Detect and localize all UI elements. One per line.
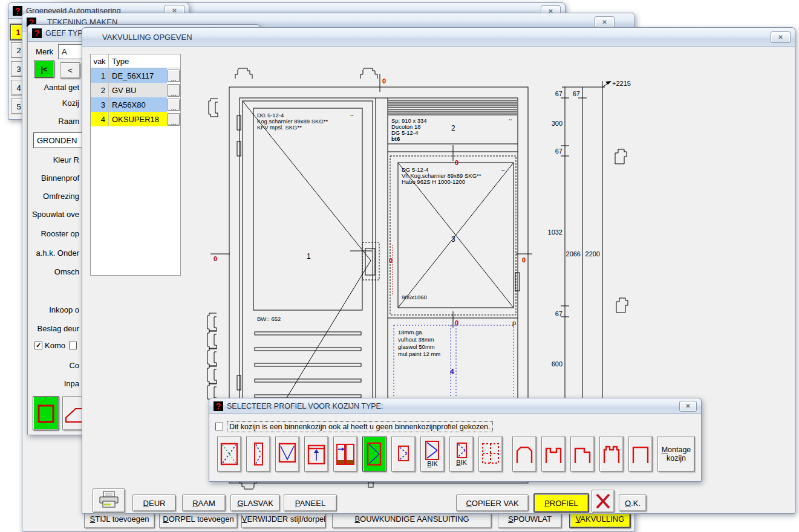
- vak4-note: 18mm.ga.: [398, 329, 423, 336]
- vak3-raam[interactable]: DG 5-12-4 Vh Kog.scharnier 89x89 SKG** H…: [390, 156, 532, 315]
- dim-value: 67: [555, 310, 563, 317]
- close-icon[interactable]: ✕: [679, 401, 697, 412]
- vak2-marks: ..: [509, 115, 512, 122]
- nav-first-button[interactable]: |<: [34, 60, 54, 78]
- profile-btn-kalf-dubbel[interactable]: [599, 436, 624, 472]
- vak2-label: 2: [451, 124, 455, 132]
- komo-checkbox[interactable]: ✓: [34, 342, 42, 349]
- dim-value: 67: [573, 90, 580, 97]
- selecteer-profiel-title: SELECTEER PROFIEL VOOR KOZIJN TYPE:: [227, 402, 383, 410]
- field-label-aantal: Aantal get: [28, 83, 79, 92]
- raam-button[interactable]: RAAM: [182, 495, 226, 511]
- help-icon: ?: [13, 6, 22, 16]
- copieer-vak-button[interactable]: COPIEER VAK: [456, 495, 529, 511]
- field-label-rooster: Rooster op: [28, 229, 79, 238]
- merk-label: Merk: [28, 47, 53, 56]
- row-detail-button[interactable]: ...: [167, 70, 180, 82]
- profile-btn-bik-klein[interactable]: BIK: [449, 436, 474, 472]
- vak-num: 3: [91, 97, 109, 112]
- printer-icon: [97, 490, 121, 511]
- ok-button[interactable]: O.K.: [619, 495, 647, 511]
- vak2-rooster[interactable]: Sp: 910 x 334 Ducoton 18 DG 5-12-4 bt6 .…: [388, 100, 518, 161]
- help-icon: ?: [32, 28, 42, 38]
- table-row[interactable]: 4 OKSUPER18 ...: [91, 112, 180, 126]
- vak-type-table: vak Type 1 DE_56X117 ... 2 GV BU ... 3 R…: [90, 54, 181, 276]
- profile-btn-draairaam-selected[interactable]: [362, 436, 386, 472]
- selecteer-profiel-dialog: ? SELECTEER PROFIEL VOOR KOZIJN TYPE: ✕ …: [209, 398, 702, 482]
- table-row[interactable]: 1 DE_56X117 ...: [91, 68, 180, 83]
- table-row[interactable]: 3 RA56X80 ...: [91, 97, 180, 112]
- row-detail-button[interactable]: ...: [167, 99, 180, 111]
- vak1-note: KFV mpsl. SKG**: [257, 124, 302, 131]
- vakvulling-titlebar: VAKVULLING OPGEVEN ✕: [82, 28, 795, 47]
- zero-mark: 0: [389, 257, 393, 264]
- dim-value: 2200: [585, 250, 600, 258]
- field-label-kozijn: Kozij: [28, 99, 79, 108]
- close-icon[interactable]: ✕: [771, 31, 791, 43]
- vak1-label: 1: [307, 252, 311, 261]
- glasvak-button[interactable]: GLASVAK: [230, 495, 280, 511]
- row-detail-button[interactable]: ...: [167, 113, 180, 126]
- zero-mark: 0: [382, 77, 386, 85]
- table-row[interactable]: 2 GV BU ...: [91, 83, 180, 97]
- dim-value: 67: [555, 148, 563, 155]
- rectangle-shape-icon: [36, 401, 56, 426]
- vak3-marks: ..: [501, 166, 504, 172]
- profile-btn-kalf-trap[interactable]: [570, 436, 595, 472]
- vak3-note: Habo 962S H 1000-1200: [402, 178, 465, 185]
- deur-button[interactable]: DEUR: [132, 495, 176, 511]
- field-label-ahk-onder: a.h.k. Onder: [28, 248, 79, 258]
- profile-btn-kalf-rond[interactable]: [512, 436, 536, 472]
- binnenkozijn-checkbox[interactable]: [215, 423, 223, 430]
- field-label-co: Co: [28, 361, 79, 370]
- row-detail-button[interactable]: ...: [167, 84, 180, 97]
- profile-btn-schuifdeur[interactable]: [333, 436, 357, 472]
- field-label-spouwlat: Spouwlat ove: [28, 210, 79, 219]
- profile-btn-valraam[interactable]: [275, 436, 299, 472]
- profile-btn-kalf-recht[interactable]: [628, 436, 653, 472]
- profile-btn-schuif-omhoog[interactable]: [304, 436, 328, 472]
- dim-value: 600: [552, 360, 563, 368]
- field-label-inkoop: Inkoop o: [28, 305, 79, 314]
- binnenkozijn-checkbox-label: Dit kozijn is een binnenkozijn ook al he…: [227, 421, 493, 432]
- profile-btn-draai-klein[interactable]: [391, 436, 416, 472]
- field-label-omschrijving: Omsch: [28, 267, 79, 276]
- vak4-note: vulhout 38mm: [398, 336, 434, 343]
- profile-btn-kalf-sponning[interactable]: [541, 436, 566, 472]
- vak4-note: mul.paint 12 mm: [398, 351, 440, 357]
- vak-num: 2: [91, 83, 109, 97]
- vak2-note: bt6: [391, 135, 400, 142]
- vak4-label: 4: [450, 368, 454, 376]
- vak1-bw: BW= 652: [257, 316, 281, 322]
- cancel-button[interactable]: [592, 490, 615, 513]
- field-label-beslag: Beslag deur: [28, 324, 79, 333]
- header-vak: vak: [91, 54, 109, 68]
- profile-btn-vast-dashed[interactable]: [217, 436, 241, 472]
- help-icon: ?: [214, 401, 223, 411]
- dim-value: 67: [555, 90, 563, 97]
- profiel-button[interactable]: PROFIEL: [533, 493, 589, 513]
- komo-label: Komo: [45, 341, 69, 350]
- komo-second-checkbox[interactable]: [69, 342, 77, 349]
- montage-kozijn-button[interactable]: Montage kozijn: [657, 436, 695, 472]
- field-label-kleur: Kleur R: [28, 155, 79, 164]
- vak-type: RA56X80: [109, 97, 167, 112]
- field-label-omfrezing: Omfrezing: [28, 192, 79, 201]
- header-type: Type: [109, 54, 167, 68]
- paneel-button[interactable]: PANEEL: [284, 495, 337, 511]
- vak-num: 4: [91, 112, 109, 126]
- field-label-binnenprofiel: Binnenprof: [28, 174, 79, 183]
- desktop: ✕ ? Groeneveld Automatisering ✕ 1 2 3 4 …: [0, 0, 799, 532]
- kozijn-vorm-rechthoek-button[interactable]: [33, 396, 59, 430]
- field-label-inpa: Inpa: [28, 379, 79, 388]
- profile-btn-vast-kruis[interactable]: [478, 436, 503, 472]
- profile-btn-draai-smal[interactable]: [246, 436, 270, 472]
- vak-type: GV BU: [109, 83, 167, 97]
- print-button[interactable]: [93, 488, 125, 513]
- profile-btn-bik-groot[interactable]: BIK: [420, 436, 445, 472]
- zero-mark: 0: [214, 255, 217, 262]
- field-label-raam: Raam: [28, 117, 79, 126]
- nav-prev-button[interactable]: <: [60, 62, 80, 79]
- vak3-size: 905x1060: [402, 294, 427, 300]
- close-icon[interactable]: ✕: [595, 16, 615, 28]
